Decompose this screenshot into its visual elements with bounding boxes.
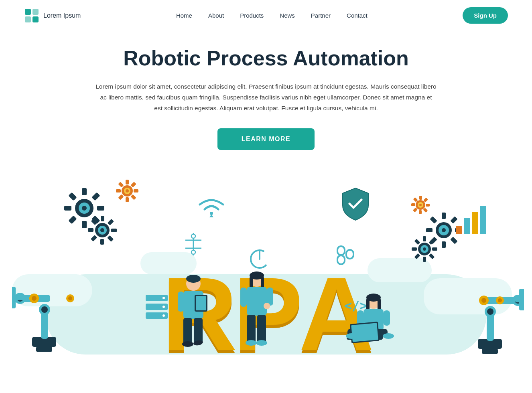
svg-rect-81 — [12, 299, 16, 308]
svg-rect-56 — [419, 210, 422, 214]
robot-arm-right — [444, 275, 524, 357]
svg-rect-48 — [430, 216, 437, 223]
logo-icon — [24, 8, 39, 23]
svg-rect-22 — [130, 194, 136, 200]
hero-title: Robotic Process Automation — [80, 47, 452, 70]
svg-point-51 — [419, 204, 422, 206]
svg-point-158 — [346, 333, 357, 339]
svg-rect-140 — [267, 288, 273, 306]
svg-point-100 — [498, 298, 502, 302]
svg-rect-104 — [472, 212, 478, 234]
svg-point-159 — [383, 333, 394, 339]
svg-point-101 — [210, 212, 213, 215]
wifi-icon — [197, 194, 227, 220]
svg-rect-32 — [111, 229, 117, 232]
nav-partner[interactable]: Partner — [311, 12, 331, 19]
svg-rect-69 — [412, 247, 417, 251]
svg-rect-55 — [423, 208, 428, 213]
svg-rect-33 — [107, 235, 114, 241]
svg-point-6 — [82, 206, 87, 211]
svg-rect-53 — [423, 197, 428, 202]
svg-point-62 — [423, 247, 426, 251]
svg-rect-20 — [130, 182, 136, 187]
svg-rect-9 — [91, 192, 100, 201]
svg-rect-138 — [247, 287, 267, 316]
svg-rect-130 — [183, 318, 192, 344]
svg-rect-21 — [134, 189, 138, 192]
nav-about[interactable]: About — [208, 12, 224, 19]
svg-rect-95 — [519, 289, 524, 301]
svg-rect-57 — [413, 207, 418, 212]
svg-rect-66 — [429, 253, 435, 259]
shield-icon — [339, 186, 372, 224]
svg-rect-102 — [456, 226, 462, 234]
svg-point-85 — [68, 296, 72, 300]
svg-point-132 — [182, 341, 193, 347]
logo: Lorem Ipsum — [24, 8, 81, 23]
svg-rect-131 — [194, 318, 203, 344]
server-stack — [144, 293, 170, 326]
svg-rect-87 — [482, 349, 498, 354]
gear-small-right — [410, 194, 432, 216]
svg-point-110 — [191, 234, 195, 238]
robot-arm-left — [12, 273, 88, 355]
svg-rect-103 — [464, 218, 470, 234]
svg-point-90 — [487, 308, 493, 315]
svg-point-145 — [256, 340, 267, 346]
nav-news[interactable]: News — [280, 12, 295, 19]
svg-rect-54 — [426, 204, 430, 207]
svg-point-141 — [264, 303, 270, 309]
adjust-icon — [185, 232, 203, 258]
nav-products[interactable]: Products — [240, 12, 264, 19]
gear-medium-right — [410, 234, 440, 264]
svg-rect-63 — [423, 236, 426, 241]
gear-small-top-left — [114, 178, 140, 204]
svg-point-121 — [162, 306, 165, 308]
svg-rect-114 — [337, 246, 345, 255]
svg-point-120 — [162, 297, 165, 299]
svg-rect-45 — [442, 241, 446, 248]
svg-rect-80 — [12, 287, 16, 299]
svg-rect-26 — [118, 182, 124, 187]
svg-point-83 — [32, 296, 37, 301]
svg-rect-34 — [100, 239, 104, 245]
svg-rect-58 — [411, 203, 415, 206]
svg-point-144 — [246, 340, 257, 346]
svg-rect-96 — [519, 301, 524, 310]
svg-rect-44 — [450, 237, 457, 244]
svg-rect-47 — [426, 228, 433, 232]
nav-links: Home About Products News Partner Contact — [176, 12, 368, 19]
person-3-woman-laptop — [343, 293, 396, 359]
svg-point-98 — [481, 298, 486, 303]
svg-rect-52 — [419, 196, 422, 200]
svg-rect-143 — [257, 315, 266, 343]
gear-medium-left — [86, 214, 118, 246]
svg-rect-36 — [88, 228, 93, 232]
svg-rect-1 — [32, 9, 39, 15]
person-1-man-tablet — [175, 275, 213, 357]
illustration-section: R P A — [0, 170, 532, 379]
svg-rect-15 — [68, 192, 77, 201]
svg-point-111 — [191, 250, 195, 254]
svg-point-29 — [100, 228, 104, 232]
svg-rect-139 — [240, 288, 247, 307]
svg-rect-59 — [413, 197, 418, 202]
nav-home[interactable]: Home — [176, 12, 192, 19]
svg-point-125 — [186, 275, 201, 283]
svg-rect-128 — [196, 296, 206, 310]
svg-rect-3 — [32, 16, 39, 22]
svg-point-18 — [126, 189, 129, 192]
svg-rect-13 — [68, 215, 77, 224]
person-2-woman-standing — [239, 271, 275, 357]
svg-rect-115 — [337, 255, 345, 264]
svg-rect-24 — [118, 194, 124, 200]
nav-contact[interactable]: Contact — [347, 12, 368, 19]
svg-rect-41 — [442, 213, 446, 219]
hero-section: Robotic Process Automation Lorem ipsum d… — [0, 31, 532, 162]
svg-rect-7 — [82, 188, 87, 195]
svg-rect-37 — [91, 219, 97, 225]
svg-rect-30 — [101, 216, 104, 221]
svg-rect-2 — [25, 16, 31, 22]
signup-button[interactable]: Sign Up — [463, 7, 508, 24]
learn-more-button[interactable]: LEARN MORE — [217, 128, 315, 150]
